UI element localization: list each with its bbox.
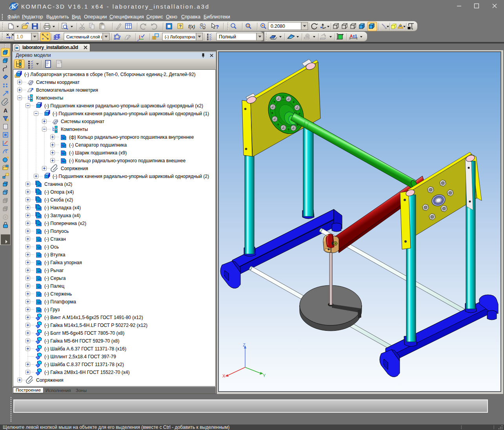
svg-text:Полный: Полный <box>219 34 236 40</box>
svg-text:X: X <box>222 374 226 378</box>
svg-text:(-) Подшипник качения радиальн: (-) Подшипник качения радиально-упорный … <box>44 103 203 109</box>
svg-text:(-) Шайба А.6.37 ГОСТ 11371-78: (-) Шайба А.6.37 ГОСТ 11371-78 (х16) <box>44 346 126 352</box>
svg-text:?: ? <box>216 24 219 30</box>
svg-text:(-) Серьга: (-) Серьга <box>44 276 66 281</box>
svg-text:(-) Лабораторная установка в с: (-) Лабораторная установка в сборе (Тел-… <box>24 72 196 77</box>
svg-text:(-) Рычаг: (-) Рычаг <box>44 268 64 273</box>
svg-text:Вспомогательная геометрия: Вспомогательная геометрия <box>36 87 98 93</box>
svg-text:(-) Шарик подшипника (x9): (-) Шарик подшипника (x9) <box>69 150 127 156</box>
svg-text:f(x): f(x) <box>188 24 195 29</box>
svg-text:(ф) Кольцо радиально-упорного: (ф) Кольцо радиально-упорного подшипника… <box>69 134 194 140</box>
svg-text:(-) Груз: (-) Груз <box>44 307 60 312</box>
svg-text:Сопряжения: Сопряжения <box>36 377 63 383</box>
svg-text:Сопряжения: Сопряжения <box>61 166 88 171</box>
svg-text:Системный слой (0): Системный слой (0) <box>66 34 106 39</box>
svg-text:A±1: A±1 <box>350 34 357 38</box>
svg-text:(-) Скоба (x2): (-) Скоба (x2) <box>44 197 73 203</box>
svg-text:Z: Z <box>243 343 246 347</box>
svg-text:(-) Поперечина (x2): (-) Поперечина (x2) <box>44 221 86 226</box>
svg-text:Станина (x2): Станина (x2) <box>44 181 72 187</box>
svg-text:(-) Стержень: (-) Стержень <box>44 291 72 297</box>
svg-text:(-) Стакан: (-) Стакан <box>44 236 66 242</box>
svg-text:(-) Накладка (x4): (-) Накладка (x4) <box>44 205 81 210</box>
svg-text:(-) Ось: (-) Ось <box>44 244 59 250</box>
svg-text:(-) Подшипник качения радиальн: (-) Подшипник качения радиально-упорный … <box>53 174 209 179</box>
svg-text:?: ? <box>179 24 182 29</box>
svg-text:(-) Гайка 2М8х1-6Н ГОСТ 15522-: (-) Гайка 2М8х1-6Н ГОСТ 15522-70 (х4) <box>44 370 130 375</box>
svg-text:(-) Платформа: (-) Платформа <box>44 299 76 305</box>
svg-text:0.2080: 0.2080 <box>271 24 285 29</box>
svg-text:1.0: 1.0 <box>16 34 23 40</box>
svg-text:(-) Шайба С.8.37 ГОСТ 11371-78: (-) Шайба С.8.37 ГОСТ 11371-78 (х2) <box>44 362 124 367</box>
svg-text:(-) Полуось: (-) Полуось <box>44 229 69 234</box>
svg-text:(-) Заглушка (x4): (-) Заглушка (x4) <box>44 213 80 218</box>
svg-text:Y: Y <box>263 373 266 378</box>
svg-text:(-) Шплинт 2,5х18.4 ГОСТ 397-7: (-) Шплинт 2,5х18.4 ГОСТ 397-79 <box>44 354 116 359</box>
svg-text:Компоненты: Компоненты <box>36 95 63 101</box>
svg-text:(-) Гайка М5-6Н ГОСТ 5929-70 (: (-) Гайка М5-6Н ГОСТ 5929-70 (х8) <box>44 338 120 344</box>
svg-text:Компоненты: Компоненты <box>61 127 88 132</box>
svg-text:(-) Палец: (-) Палец <box>44 283 64 289</box>
svg-text:(-) Опора (x4): (-) Опора (x4) <box>44 189 74 195</box>
svg-text:Системы координат: Системы координат <box>61 119 104 124</box>
svg-text:(-) Кольцо радиально-упорного: (-) Кольцо радиально-упорного подшипника… <box>69 158 186 163</box>
svg-text:Системы координат: Системы координат <box>36 80 80 85</box>
svg-text:(-) Втулка: (-) Втулка <box>44 252 66 258</box>
svg-text:(-) Гайка упорная: (-) Гайка упорная <box>44 260 82 265</box>
svg-text:A: A <box>4 107 7 114</box>
svg-text:(-) Болт М5-6gх45 ГОСТ 7805-70: (-) Болт М5-6gх45 ГОСТ 7805-70 (х8) <box>44 330 124 336</box>
svg-text:(-) Сепаратор подшипника: (-) Сепаратор подшипника <box>69 142 127 148</box>
svg-text:(-) Подшипник качения радиальн: (-) Подшипник качения радиально-упорный … <box>53 111 209 116</box>
svg-text:(-) Гайка М14х1,5-6H.LF ГОСТ Р: (-) Гайка М14х1,5-6H.LF ГОСТ Р 50272-92 … <box>44 323 147 328</box>
svg-text:(-) Винт А.М14х1,5-6gх25 ГОСТ: (-) Винт А.М14х1,5-6gх25 ГОСТ 1491-80 (х… <box>44 315 143 320</box>
